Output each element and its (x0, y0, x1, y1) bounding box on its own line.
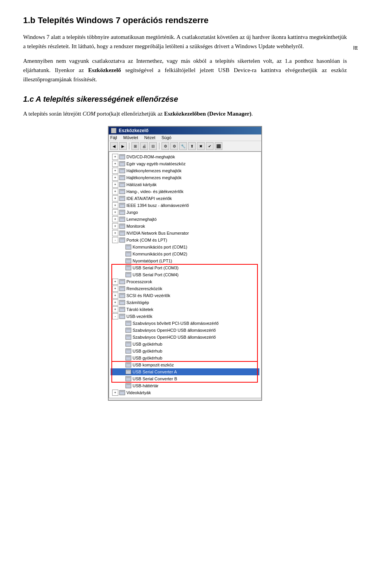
tree-expander[interactable]: + (112, 175, 118, 181)
tree-expander[interactable]: + (112, 216, 118, 222)
tree-expander[interactable]: + (112, 299, 118, 306)
tree-expander[interactable]: + (112, 230, 118, 236)
tree-row[interactable]: +Processzorok (111, 278, 259, 285)
tree-row[interactable]: USB-háttértár (111, 382, 259, 389)
tree-row[interactable]: +Hajlékonylemezes meghajtók (111, 174, 259, 181)
tree-expander[interactable]: + (112, 195, 118, 202)
tree-row[interactable]: Kommunikációs port (COM2) (111, 250, 259, 257)
svg-rect-16 (119, 210, 125, 215)
svg-rect-27 (126, 245, 130, 246)
tree-row[interactable]: Szabványos OpenHCD USB állomásvezérlő (111, 327, 259, 334)
tb-btn6[interactable]: 🔧 (179, 142, 187, 150)
tb-btn7[interactable]: ⬆ (188, 142, 196, 150)
tree-row[interactable]: -USB-vezérlők (111, 313, 259, 320)
tree-row[interactable]: +DVD/CD-ROM-meghajtók (111, 153, 259, 160)
tree-row[interactable]: +Rendszereszközök (111, 285, 259, 292)
paragraph-1: Windows 7 alatt a telepítés többnyire au… (23, 32, 347, 51)
tree-row[interactable]: +Hálózati kártyák (111, 181, 259, 188)
device-label: USB Serial Converter A (133, 370, 177, 374)
tree-expander[interactable]: + (112, 181, 118, 188)
device-label: Lemezmeghajtó (126, 217, 156, 222)
tree-row[interactable]: USB Serial Port (COM3) (111, 264, 259, 271)
tree-row[interactable]: Nyomtatóport (LPT1) (111, 257, 259, 264)
tb-back[interactable]: ◀ (110, 142, 118, 150)
tree-row[interactable]: Szabványos bővített PCI-USB állomásvezér… (111, 320, 259, 327)
device-label: USB Serial Port (COM4) (133, 272, 178, 277)
tree-expander[interactable]: + (112, 188, 118, 195)
tree-row[interactable]: +Lemezmeghajtó (111, 216, 259, 223)
tree-row[interactable]: +Hang-, video- és játékvezérlők (111, 188, 259, 195)
tree-expander[interactable]: + (112, 161, 118, 167)
svg-rect-59 (126, 356, 130, 357)
tree-expander[interactable]: + (112, 279, 118, 285)
tree-row[interactable]: USB gyökérhub (111, 348, 259, 354)
tree-row[interactable]: +Hajlékonylemezes meghajtók (111, 167, 259, 174)
tree-row[interactable]: USB Serial Port (COM4) (111, 271, 259, 278)
toolbar: ◀ ▶ ⊞ 🖨 ⊟ ⚙ ⚙ 🔧 ⬆ ✖ ✔ ⬛ (109, 141, 261, 151)
tree-row[interactable]: +Jungo (111, 209, 259, 216)
svg-rect-37 (120, 280, 124, 281)
menubar[interactable]: Fájl Művelet Nézet Súgó (109, 134, 261, 141)
device-icon (119, 279, 125, 285)
device-label: Szabványos OpenHCD USB állomásvezérlő (133, 328, 216, 333)
device-label: USB-háttértár (133, 383, 158, 388)
device-label: USB-vezérlők (126, 314, 152, 319)
svg-rect-52 (126, 335, 131, 339)
tb-btn10[interactable]: ⬛ (215, 142, 222, 150)
menu-action[interactable]: Művelet (123, 135, 138, 140)
tree-row[interactable]: USB Serial Converter A (111, 368, 259, 375)
svg-rect-44 (119, 307, 125, 312)
menu-help[interactable]: Súgó (161, 135, 172, 140)
device-label: Hálózati kártyák (126, 182, 156, 187)
tree-expander[interactable]: + (112, 223, 118, 229)
tree-row[interactable]: +SCSI és RAID vezérlők (111, 292, 259, 299)
device-icon (119, 292, 125, 299)
tree-expander[interactable]: + (112, 168, 118, 174)
svg-rect-8 (119, 182, 125, 187)
tree-expander[interactable]: + (112, 292, 118, 299)
tree-row[interactable]: USB gyökérhub (111, 341, 259, 348)
device-icon (119, 390, 125, 396)
tree-expander[interactable]: + (112, 202, 118, 208)
tree-row[interactable]: USB kompozit eszköz (111, 361, 259, 368)
svg-rect-45 (120, 308, 124, 309)
main-title: 1.b Telepítés Windows 7 operációs rendsz… (23, 15, 347, 25)
tree-row[interactable]: +IEEE 1394 busz - állomásvezérlő (111, 202, 259, 209)
tree-row[interactable]: Szabványos OpenHCD USB állomásvezérlő (111, 334, 259, 341)
device-label: Szabványos bővített PCI-USB állomásvezér… (133, 321, 219, 326)
svg-rect-47 (120, 315, 124, 316)
tree-expander[interactable]: + (112, 286, 118, 292)
device-label: USB Serial Converter B (133, 376, 177, 381)
tb-btn3[interactable]: ⊟ (149, 142, 157, 150)
menu-view[interactable]: Nézet (144, 135, 155, 140)
tb-btn9[interactable]: ✔ (206, 142, 214, 150)
tree-expander[interactable]: + (112, 390, 118, 396)
tree-row[interactable]: +IDE ATA/ATAPI vezérlők (111, 195, 259, 202)
tb-btn8[interactable]: ✖ (197, 142, 205, 150)
menu-file[interactable]: Fájl (110, 135, 117, 140)
tree-row[interactable]: -Portok (COM és LPT) (111, 237, 259, 244)
tree-row[interactable]: +Számítógép (111, 299, 259, 306)
tb-btn1[interactable]: ⊞ (131, 142, 139, 150)
device-icon (125, 320, 131, 326)
svg-rect-65 (126, 377, 130, 378)
tree-expander[interactable]: - (112, 313, 118, 319)
tree-row[interactable]: +Monitorok (111, 223, 259, 230)
tb-btn4[interactable]: ⚙ (161, 142, 169, 150)
tree-row[interactable]: USB Serial Converter B (111, 375, 259, 382)
tree-row[interactable]: +NVIDIA Network Bus Enumerator (111, 230, 259, 237)
tree-expander[interactable]: + (112, 154, 118, 160)
tree-row[interactable]: +Videokártyák (111, 389, 259, 396)
svg-rect-56 (126, 349, 131, 353)
tb-btn5[interactable]: ⚙ (170, 142, 178, 150)
tree-row[interactable]: USB gyökérhub (111, 354, 259, 361)
tree-row[interactable]: +Tároló kötetek (111, 306, 259, 313)
tree-expander[interactable]: - (112, 237, 118, 243)
device-icon (125, 355, 131, 361)
tree-row[interactable]: Kommunikációs port (COM1) (111, 244, 259, 250)
tree-row[interactable]: +Egér vagy egyéb mutatóeszköz (111, 160, 259, 167)
tree-expander[interactable]: + (112, 209, 118, 215)
tree-expander[interactable]: + (112, 306, 118, 312)
tb-btn2[interactable]: 🖨 (140, 142, 148, 150)
tb-forward[interactable]: ▶ (119, 142, 127, 150)
